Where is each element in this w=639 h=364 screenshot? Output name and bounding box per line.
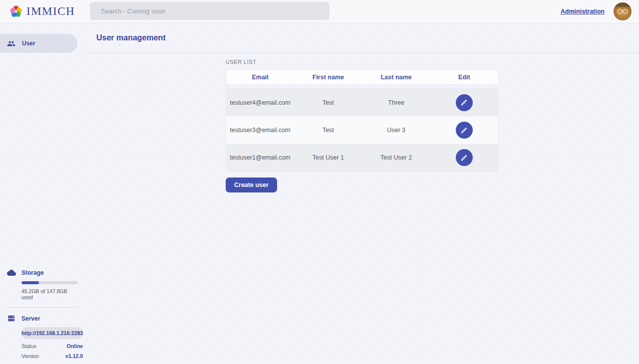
sidebar-item-user[interactable]: User	[0, 34, 77, 53]
content-area: User Storage 45.2GB of 147.8GB used	[0, 23, 639, 364]
server-status-row: Status Online	[21, 343, 83, 349]
user-avatar[interactable]	[614, 2, 632, 20]
sidebar-footer: Storage 45.2GB of 147.8GB used	[0, 268, 85, 359]
storage-usage-text: 45.2GB of 147.8GB used	[21, 288, 77, 300]
column-header-last-name: Last name	[362, 74, 430, 81]
table-row: testuser4@email.com Test Three	[226, 89, 498, 116]
table-header-row: Email First name Last name Edit	[226, 69, 499, 85]
sidebar-divider	[7, 307, 77, 308]
sidebar: User Storage 45.2GB of 147.8GB used	[0, 23, 85, 364]
page-title: User management	[96, 33, 166, 42]
cell-email: testuser4@email.com	[226, 99, 294, 106]
server-title: Server	[21, 315, 83, 322]
title-bar: User management	[85, 23, 639, 53]
nav-right: Administration	[561, 2, 639, 20]
column-header-edit: Edit	[430, 74, 498, 81]
storage-widget: Storage 45.2GB of 147.8GB used	[7, 268, 77, 300]
storage-progress-fill	[21, 281, 39, 284]
table-row: testuser3@email.com Test User 3	[226, 116, 498, 144]
pencil-icon	[460, 127, 468, 134]
app-root: IMMICH Administration	[0, 0, 639, 364]
column-header-email: Email	[226, 74, 294, 81]
cloud-icon	[7, 268, 21, 277]
cell-email: testuser3@email.com	[226, 127, 294, 134]
main-panel: User management USER LIST Email First na…	[85, 23, 639, 364]
cell-email: testuser1@email.com	[226, 154, 294, 161]
avatar-image	[614, 2, 632, 20]
server-icon	[7, 314, 21, 323]
pencil-icon	[460, 99, 468, 106]
table-body: testuser4@email.com Test Three	[226, 88, 499, 172]
create-user-button[interactable]: Create user	[226, 178, 277, 192]
table-row: testuser1@email.com Test User 1 Test Use…	[226, 144, 498, 171]
top-nav: IMMICH Administration	[0, 0, 639, 23]
immich-logo[interactable]: IMMICH	[9, 4, 75, 18]
administration-link[interactable]: Administration	[561, 8, 605, 15]
sidebar-item-user-label: User	[22, 40, 35, 47]
users-icon	[7, 39, 15, 48]
server-version-label: Version	[21, 353, 39, 359]
edit-user-button[interactable]	[456, 122, 473, 139]
server-widget: Server http://192.168.1.216:2283 Status …	[7, 314, 77, 359]
server-version-value: v1.12.0	[65, 353, 83, 359]
user-table: Email First name Last name Edit testuser…	[226, 69, 499, 172]
cell-first-name: Test	[294, 99, 362, 106]
server-url-pill: http://192.168.1.216:2283	[21, 327, 83, 339]
column-header-first-name: First name	[294, 74, 362, 81]
server-status-value: Online	[66, 343, 83, 349]
page-body: USER LIST Email First name Last name Edi…	[85, 53, 639, 192]
immich-logo-text: IMMICH	[26, 5, 75, 18]
cell-last-name: User 3	[362, 127, 430, 134]
storage-title: Storage	[21, 269, 77, 276]
search-input[interactable]	[90, 2, 329, 20]
storage-progress-bar	[21, 281, 77, 284]
cell-first-name: Test	[294, 127, 362, 134]
edit-user-button[interactable]	[456, 149, 473, 166]
immich-flower-icon	[9, 4, 23, 18]
edit-user-button[interactable]	[456, 94, 473, 111]
cell-first-name: Test User 1	[294, 154, 362, 161]
server-version-row: Version v1.12.0	[21, 353, 83, 359]
server-status-label: Status	[21, 343, 36, 349]
cell-last-name: Test User 2	[362, 154, 430, 161]
user-list-heading: USER LIST	[226, 59, 639, 65]
pencil-icon	[460, 154, 468, 162]
cell-last-name: Three	[362, 99, 430, 106]
